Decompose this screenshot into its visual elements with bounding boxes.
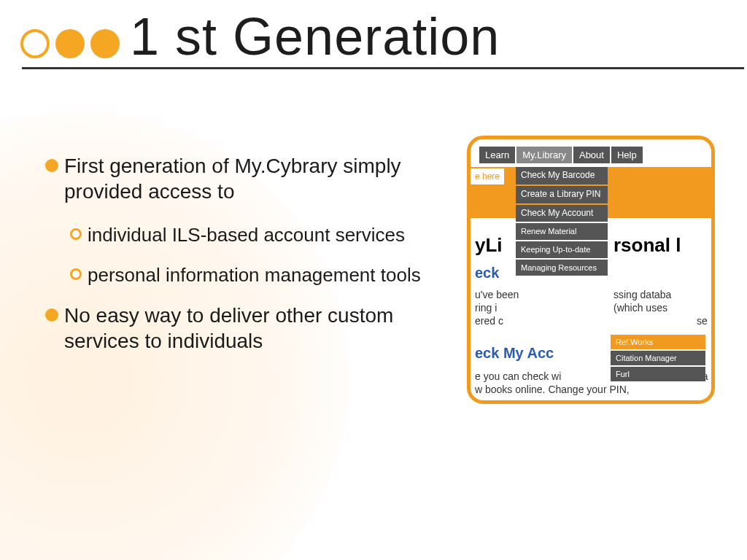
submenu-citation-manager[interactable]: Citation Manager (611, 351, 705, 365)
tab-about[interactable]: About (573, 147, 610, 163)
menu-check-barcode[interactable]: Check My Barcode (516, 167, 608, 184)
bullet-level1: First generation of My.Cybrary simply pr… (45, 153, 425, 204)
dropdown-menu: Check My Barcode Create a Library PIN Ch… (516, 167, 608, 276)
bg-text: ring i (475, 301, 497, 315)
bg-text: u've been (475, 288, 519, 302)
bullet-icon (70, 228, 82, 240)
bg-text: e you can check wi (475, 370, 561, 384)
bullet-text: First generation of My.Cybrary simply pr… (64, 153, 425, 204)
menu-renew-material[interactable]: Renew Material (516, 223, 608, 240)
submenu: Ref.Works Citation Manager Furl (611, 335, 705, 381)
dot-solid-icon (55, 29, 85, 58)
screenshot-figure: yLi rsonal l eck u've been ssing databa … (467, 136, 715, 404)
bg-heading: yLi (475, 234, 503, 257)
bullet-level2: individual ILS-based account services (70, 223, 425, 247)
tab-learn[interactable]: Learn (479, 147, 515, 163)
bg-text: se (697, 314, 708, 328)
bg-heading: rsonal l (614, 234, 681, 257)
bullet-text: individual ILS-based account services (88, 223, 405, 247)
bg-subheading: eck My Acc (475, 345, 554, 362)
bullet-icon (45, 159, 58, 172)
bg-text: w books online. Change your PIN, (475, 383, 630, 397)
bullet-level2: personal information management tools (70, 263, 425, 287)
bullet-icon (45, 308, 58, 322)
nav-tabs: Learn My.Library About Help (479, 147, 643, 163)
bg-subheading: eck (475, 265, 499, 281)
title-underline (22, 67, 744, 69)
menu-managing-resources[interactable]: Managing Resources (516, 260, 608, 276)
slide-header: 1 st Generation (0, 0, 747, 66)
here-chip: e here (471, 168, 504, 184)
slide-title: 1 st Generation (130, 7, 500, 66)
bg-text: ered c (475, 314, 503, 328)
tab-help[interactable]: Help (611, 147, 643, 163)
bullet-icon (70, 268, 82, 280)
menu-create-pin[interactable]: Create a Library PIN (516, 186, 608, 203)
decorative-dots (20, 29, 120, 58)
bullet-text: No easy way to deliver other custom serv… (64, 303, 425, 354)
menu-check-account[interactable]: Check My Account (516, 205, 608, 222)
submenu-refworks[interactable]: Ref.Works (611, 335, 705, 349)
bullet-content: First generation of My.Cybrary simply pr… (45, 153, 425, 373)
bullet-level1: No easy way to deliver other custom serv… (45, 303, 425, 354)
bg-text: ssing databa (614, 288, 671, 302)
bg-text: (which uses (614, 301, 667, 315)
submenu-furl[interactable]: Furl (611, 367, 705, 381)
tab-mylibrary[interactable]: My.Library (516, 147, 572, 163)
dot-solid-icon (90, 29, 120, 58)
dot-outline-icon (20, 29, 50, 58)
menu-keeping-uptodate[interactable]: Keeping Up-to-date (516, 241, 608, 258)
bullet-text: personal information management tools (88, 263, 421, 287)
